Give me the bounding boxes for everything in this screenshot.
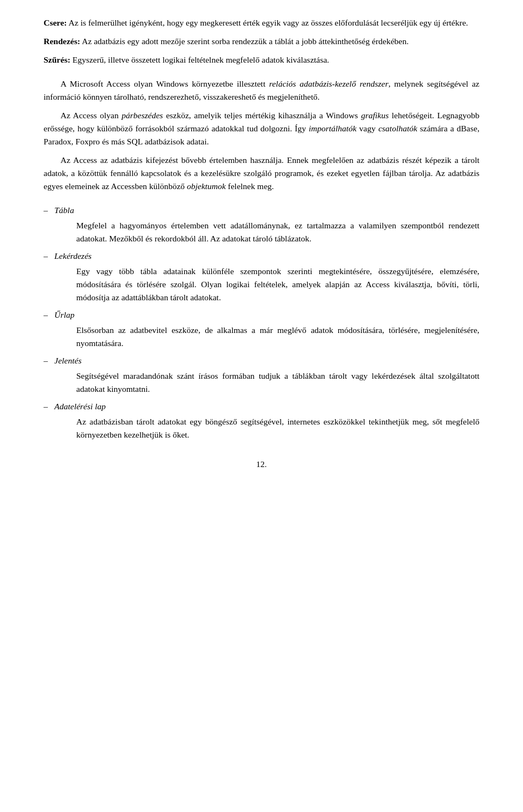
list-item-lekerdezs: – Lekérdezés bbox=[44, 250, 479, 263]
szures-label: Szűrés: bbox=[44, 55, 70, 64]
list-block-urlap: – Űrlap Elsősorban az adatbevitel eszköz… bbox=[44, 308, 479, 350]
page-number-text: 12. bbox=[256, 459, 266, 469]
jelentes-content: Segítségével maradandónak szánt írásos f… bbox=[76, 369, 479, 396]
dash-adateleresi: – bbox=[44, 400, 48, 413]
tabla-label: Tábla bbox=[54, 204, 74, 217]
lekerdezs-content: Egy vagy több tábla adatainak különféle … bbox=[76, 265, 479, 304]
list-block-jelentes: – Jelentés Segítségével maradandónak szá… bbox=[44, 354, 479, 396]
paragraph-access-parbeszedes: Az Access olyan párbeszédes eszköz, amel… bbox=[44, 109, 479, 148]
objektumok-italic: objektumok bbox=[187, 181, 226, 191]
dash-jelentes: – bbox=[44, 354, 48, 367]
csere-text: Az is felmerülhet igényként, hogy egy me… bbox=[69, 18, 468, 27]
lekerdezs-label: Lekérdezés bbox=[54, 250, 92, 263]
dash-tabla: – bbox=[44, 204, 48, 217]
list-item-adateleresi: – Adatelérési lap bbox=[44, 400, 479, 413]
list-item-jelentes: – Jelentés bbox=[44, 354, 479, 367]
list-block-adateleresi: – Adatelérési lap Az adatbázisban tárolt… bbox=[44, 400, 479, 441]
csatolhatok-italic: csatolhatók bbox=[378, 124, 417, 133]
rendezes-text: Az adatbázis egy adott mezője szerint so… bbox=[82, 37, 409, 46]
dash-lekerdezs: – bbox=[44, 250, 48, 263]
tabla-content: Megfelel a hagyományos értelemben vett a… bbox=[76, 219, 479, 245]
access-intro-text: A Microsoft Access olyan Windows környez… bbox=[60, 79, 269, 88]
paragraph-access-adatbazis: Az Access az adatbázis kifejezést bővebb… bbox=[44, 154, 479, 193]
paragraph-csere: Csere: Az is felmerülhet igényként, hogy… bbox=[44, 16, 479, 29]
adateleresi-label: Adatelérési lap bbox=[54, 400, 106, 413]
page-number: 12. bbox=[44, 458, 479, 471]
access-italic-1: relációs adatbázis-kezelő rendszer bbox=[269, 79, 388, 88]
paragraph-rendezes: Rendezés: Az adatbázis egy adott mezője … bbox=[44, 35, 479, 48]
parbeszedes-text2: eszköz, amelyik teljes mértékig kihaszná… bbox=[163, 111, 361, 120]
szures-text: Egyszerű, illetve összetett logikai felt… bbox=[72, 55, 329, 64]
parbeszedes-text4: vagy bbox=[356, 124, 378, 133]
list-item-tabla: – Tábla bbox=[44, 204, 479, 217]
rendezes-label: Rendezés: bbox=[44, 37, 80, 46]
dash-urlap: – bbox=[44, 308, 48, 322]
urlap-label: Űrlap bbox=[54, 308, 75, 322]
jelentes-label: Jelentés bbox=[54, 354, 82, 367]
importalhatok-italic: importálhatók bbox=[309, 124, 357, 133]
paragraph-szures: Szűrés: Egyszerű, illetve összetett logi… bbox=[44, 53, 479, 66]
adatbazis-text2: felelnek meg. bbox=[226, 181, 273, 191]
urlap-content: Elsősorban az adatbevitel eszköze, de al… bbox=[76, 324, 479, 350]
adateleresi-content: Az adatbázisban tárolt adatokat egy böng… bbox=[76, 415, 479, 441]
grafikus-italic: grafikus bbox=[361, 111, 389, 120]
list-block-lekerdezs: – Lekérdezés Egy vagy több tábla adatain… bbox=[44, 250, 479, 304]
page-content: Csere: Az is felmerülhet igényként, hogy… bbox=[0, 0, 523, 812]
list-item-urlap: – Űrlap bbox=[44, 308, 479, 322]
parbeszedes-text1: Az Access olyan bbox=[60, 111, 121, 120]
list-block-tabla: – Tábla Megfelel a hagyományos értelembe… bbox=[44, 204, 479, 245]
paragraph-access-intro: A Microsoft Access olyan Windows környez… bbox=[44, 77, 479, 104]
csere-label: Csere: bbox=[44, 18, 67, 27]
parbeszedes-italic: párbeszédes bbox=[121, 111, 163, 120]
